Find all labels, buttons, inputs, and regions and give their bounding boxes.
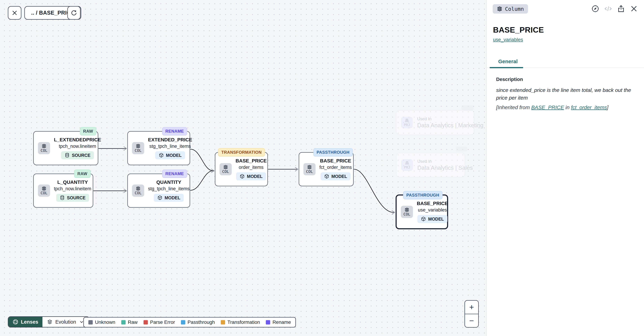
column-tile-label: COL <box>306 170 313 174</box>
lineage-canvas[interactable]: .. / BASE_PRICE RAW COL L_EXTENDEDPRICE … <box>0 0 486 336</box>
legend-item-transformation: Transformation <box>221 319 260 325</box>
refresh-button[interactable] <box>67 6 80 20</box>
column-tile-label: COL <box>404 212 410 216</box>
node-body: QUANTITY stg_tpch_line_items MODEL <box>148 179 190 202</box>
lineage-legend: Unknown Raw Parse Error Passthrough Tran… <box>83 317 296 327</box>
project-stack-icon <box>405 161 409 165</box>
close-lineage-button[interactable] <box>8 6 22 20</box>
inherited-column-link[interactable]: BASE_PRICE <box>531 105 564 110</box>
code-icon <box>604 5 612 13</box>
model-kind-badge: MODEL <box>320 172 350 180</box>
page-title: BASE_PRICE <box>493 26 544 35</box>
project-tile-label: PRJ <box>404 165 410 169</box>
model-kind-badge: MODEL <box>154 194 184 202</box>
node-subtitle: stg_tpch_line_items <box>148 186 190 191</box>
inherited-note: [Inherited from BASE_PRICE in fct_order_… <box>496 105 608 110</box>
inherited-middle: in <box>564 105 571 110</box>
lineage-node-base-price-fct-order-items[interactable]: PASSTHROUGH COL BASE_PRICE fct_order_ite… <box>299 152 354 186</box>
cube-icon <box>157 195 162 200</box>
source-kind-badge: SOURCE <box>56 194 89 202</box>
inherited-model-link[interactable]: fct_order_items <box>571 105 607 110</box>
aperture-icon <box>12 319 18 325</box>
column-tile-label: COL <box>135 191 142 195</box>
node-subtitle: use_variables <box>418 207 447 213</box>
details-panel: Column BASE_PRICE use_variables General <box>486 0 644 336</box>
status-badge: RENAME <box>162 170 187 178</box>
zoom-in-button[interactable]: + <box>465 301 478 314</box>
kind-label: SOURCE <box>72 153 90 158</box>
tab-general[interactable]: General <box>498 59 518 64</box>
column-tile-label: COL <box>40 191 48 195</box>
node-title: BASE_PRICE <box>236 158 267 164</box>
zoom-out-button[interactable]: − <box>465 314 478 327</box>
description-heading: Description <box>496 77 523 82</box>
project-tile-label: PRJ <box>404 123 410 127</box>
compass-icon[interactable] <box>591 5 600 13</box>
database-icon <box>64 153 70 158</box>
model-link[interactable]: use_variables <box>493 37 523 43</box>
source-kind-badge: SOURCE <box>61 151 94 159</box>
lens-select[interactable]: Evolution <box>42 317 89 327</box>
inherited-suffix: ] <box>607 105 608 110</box>
columns-icon <box>497 6 502 12</box>
node-title: L_EXTENDEDPRICE <box>54 137 101 143</box>
column-tile: COL <box>132 142 144 154</box>
zoom-control: + − <box>464 300 479 328</box>
cube-icon <box>159 153 164 158</box>
lineage-node-base-price-order-items[interactable]: TRANSFORMATION COL BASE_PRICE order_item… <box>215 152 268 186</box>
node-body: BASE_PRICE use_variables MODEL <box>417 201 448 223</box>
lenses-button[interactable]: Lenses <box>8 317 42 327</box>
share-icon[interactable] <box>617 5 625 13</box>
status-badge: RAW <box>74 170 91 178</box>
close-panel-icon[interactable] <box>630 5 638 13</box>
column-tile: COL <box>401 206 413 218</box>
arrowhead-icon <box>211 169 214 173</box>
status-badge: RENAME <box>162 127 187 135</box>
status-badge: PASSTHROUGH <box>313 148 353 157</box>
lineage-node-quantity[interactable]: RENAME COL QUANTITY stg_tpch_line_items … <box>127 174 190 208</box>
arrowhead-icon <box>124 189 127 193</box>
lens-selected-label: Evolution <box>55 319 76 325</box>
column-tile: COL <box>132 185 144 197</box>
kind-label: MODEL <box>247 174 262 179</box>
legend-item-raw: Raw <box>121 319 138 325</box>
arrowhead-icon <box>295 167 298 171</box>
arrowhead-icon <box>392 210 395 214</box>
edge-quantity-to-order-items <box>190 171 213 190</box>
cube-icon <box>324 174 329 179</box>
node-body: L_QUANTITY tpch_now.lineitem SOURCE <box>54 179 91 202</box>
used-in-card-sales[interactable]: PRJ Used In Data Analytics | Sales <box>396 153 465 177</box>
used-in-card-marketing[interactable]: PRJ Used In Data Analytics | Marketing <box>396 110 474 135</box>
columns-icon <box>136 144 140 149</box>
project-stack-icon <box>405 118 409 123</box>
kind-label: MODEL <box>164 195 180 200</box>
kind-label: MODEL <box>428 217 444 222</box>
columns-icon <box>136 186 140 191</box>
status-badge: RAW <box>80 127 96 135</box>
node-subtitle: order_items <box>239 165 264 170</box>
node-body: BASE_PRICE fct_order_items MODEL <box>320 158 352 180</box>
legend-swatch <box>221 320 225 324</box>
node-subtitle: fct_order_items <box>320 165 352 170</box>
close-icon <box>11 10 18 16</box>
column-tile-label: COL <box>40 149 48 153</box>
project-tile: PRJ <box>401 159 413 171</box>
node-subtitle: tpch_now.lineitem <box>54 186 91 191</box>
lineage-node-l-quantity[interactable]: RAW COL L_QUANTITY tpch_now.lineitem SOU… <box>33 174 93 208</box>
used-in-label: Used In <box>417 117 484 121</box>
lineage-node-l-extendedprice[interactable]: RAW COL L_EXTENDEDPRICE tpch_now.lineite… <box>33 131 98 165</box>
active-tab-indicator <box>490 67 523 68</box>
columns-icon <box>307 165 312 170</box>
layers-icon <box>47 319 52 325</box>
model-kind-badge: MODEL <box>236 172 266 180</box>
legend-item-parse-error: Parse Error <box>144 319 175 325</box>
lenses-label: Lenses <box>21 319 38 325</box>
lineage-node-base-price-use-variables[interactable]: PASSTHROUGH COL BASE_PRICE use_variables… <box>396 194 448 229</box>
node-title: L_QUANTITY <box>57 179 88 185</box>
model-kind-badge: MODEL <box>417 215 447 223</box>
used-in-name: Data Analytics | Sales <box>417 165 473 171</box>
kind-label: MODEL <box>166 153 182 158</box>
faded-badge <box>456 147 467 151</box>
lineage-node-extended-price[interactable]: RENAME COL EXTENDED_PRICE stg_tpch_line_… <box>127 131 190 165</box>
inherited-prefix: [Inherited from <box>496 105 531 110</box>
